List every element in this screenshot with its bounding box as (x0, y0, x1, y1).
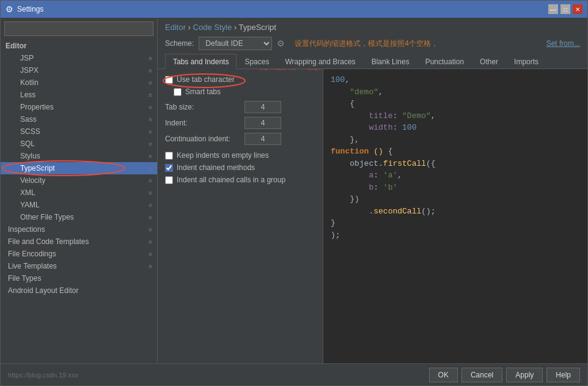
sidebar-item-scss[interactable]: SCSS ≡ (1, 125, 157, 138)
settings-icon16: ≡ (149, 239, 152, 245)
sidebar-item-file-encodings[interactable]: File Encodings ≡ (1, 248, 157, 260)
code-line-12: .secondCall(); (331, 206, 580, 218)
sidebar-item-inspections[interactable]: Inspections ≡ (1, 223, 157, 236)
indent-chained-row: Indent chained methods (165, 163, 315, 172)
keep-empty-checkbox[interactable] (165, 152, 173, 160)
sidebar-item-android[interactable]: Android Layout Editor (1, 284, 157, 297)
settings-icon11: ≡ (149, 177, 152, 184)
window-icon: ⚙ (6, 4, 13, 14)
indent-chained-label: Indent chained methods (177, 163, 255, 172)
indent-row: Indent: (165, 117, 315, 129)
sidebar-item-file-types[interactable]: File Types (1, 272, 157, 284)
code-line-13: } (331, 217, 580, 229)
settings-icon4: ≡ (149, 92, 152, 98)
sidebar-item-live-templates[interactable]: Live Templates ≡ (1, 260, 157, 272)
cancel-button[interactable]: Cancel (461, 368, 502, 382)
main-content: Editor JSP ≡ JSPX ≡ Kotlin ≡ Less ≡ (1, 18, 587, 363)
scheme-row: Scheme: Default IDE ⚙ 设置代码的缩进格式，模式是按照4个空… (158, 34, 587, 54)
settings-icon8: ≡ (149, 141, 152, 147)
sidebar-item-file-code-templates[interactable]: File and Code Templates ≡ (1, 236, 157, 248)
apply-button[interactable]: Apply (506, 368, 543, 382)
continuation-input[interactable] (244, 133, 281, 145)
main-panel: Editor › Code Style › TypeScript Scheme:… (158, 18, 587, 363)
settings-icon7: ≡ (149, 128, 152, 135)
keep-empty-row: Keep indents on empty lines (165, 151, 315, 160)
set-from-link[interactable]: Set from... (546, 39, 580, 48)
indent-input[interactable] (244, 117, 281, 129)
code-line-2: "demo", (331, 86, 580, 98)
sidebar-item-other-file-types[interactable]: Other File Types ≡ (1, 211, 157, 223)
tab-blank-lines[interactable]: Blank Lines (364, 54, 417, 69)
code-line-4: title: "Demo", (331, 110, 580, 122)
indent-chained-checkbox[interactable] (165, 164, 173, 172)
scheme-label: Scheme: (165, 39, 194, 48)
continuation-label: Continuation indent: (165, 135, 244, 143)
breadcrumb-editor[interactable]: Editor (165, 23, 186, 32)
code-line-6: }, (331, 134, 580, 146)
sidebar-item-less[interactable]: Less ≡ (1, 89, 157, 101)
footer: https://blog.csdn.19.xxx OK Cancel Apply… (1, 363, 587, 385)
keep-empty-label: Keep indents on empty lines (177, 151, 269, 160)
sidebar-item-kotlin[interactable]: Kotlin ≡ (1, 76, 157, 89)
tab-size-label: Tab size: (165, 103, 244, 111)
tabs-container: Tabs and Indents Spaces Wrapping and Bra… (158, 54, 587, 69)
sidebar-item-stylus[interactable]: Stylus ≡ (1, 150, 157, 162)
smart-tabs-row: Smart tabs (165, 87, 315, 96)
sidebar-item-sql[interactable]: SQL ≡ (1, 138, 157, 150)
help-button[interactable]: Help (546, 368, 580, 382)
sidebar-item-properties[interactable]: Properties ≡ (1, 101, 157, 113)
code-line-9: a: 'a', (331, 169, 580, 182)
sidebar: Editor JSP ≡ JSPX ≡ Kotlin ≡ Less ≡ (1, 18, 158, 363)
sidebar-item-sass[interactable]: Sass ≡ (1, 113, 157, 125)
tab-size-input[interactable] (244, 101, 281, 113)
settings-icon13: ≡ (149, 202, 152, 209)
sidebar-item-velocity[interactable]: Velocity ≡ (1, 174, 157, 187)
minimize-button[interactable]: — (548, 4, 558, 14)
breadcrumb-codestyle[interactable]: Code Style (193, 23, 232, 32)
settings-window: ⚙ Settings — □ ✕ Editor JSP ≡ JSPX ≡ (0, 0, 588, 386)
settings-icon6: ≡ (149, 116, 152, 123)
smart-tabs-checkbox[interactable] (174, 88, 182, 96)
tab-spaces[interactable]: Spaces (237, 54, 277, 69)
panel-content: Use tab character → 勾选就是按照tab缩进符格式 (158, 69, 587, 363)
scheme-select[interactable]: Default IDE (199, 37, 272, 50)
arrow-icon: → (243, 69, 254, 73)
settings-icon3: ≡ (149, 80, 152, 86)
use-tab-checkbox[interactable] (165, 76, 173, 84)
code-line-10: b: 'b' (331, 182, 580, 194)
gear-icon[interactable]: ⚙ (277, 39, 285, 48)
window-controls: — □ ✕ (548, 4, 582, 14)
indent-all-checkbox[interactable] (165, 176, 173, 184)
tab-other[interactable]: Other (472, 54, 506, 69)
settings-icon: ≡ (149, 55, 152, 62)
sidebar-item-typescript[interactable]: TypeScript ≡ (1, 162, 157, 174)
scheme-hint: 设置代码的缩进格式，模式是按照4个空格， (295, 39, 438, 49)
breadcrumb: Editor › Code Style › TypeScript (165, 23, 276, 32)
maximize-button[interactable]: □ (560, 4, 570, 14)
use-tab-label: Use tab character (177, 75, 235, 84)
sidebar-item-xml[interactable]: XML ≡ (1, 187, 157, 199)
tree: Editor JSP ≡ JSPX ≡ Kotlin ≡ Less ≡ (1, 40, 157, 363)
settings-panel: Use tab character → 勾选就是按照tab缩进符格式 (158, 69, 323, 363)
tab-wrapping[interactable]: Wrapping and Braces (277, 54, 363, 69)
annotation-container: → 勾选就是按照tab缩进符格式 (243, 69, 323, 73)
ok-button[interactable]: OK (429, 368, 458, 382)
settings-icon10: ≡ (149, 165, 152, 172)
code-line-1: 100, (331, 74, 580, 86)
code-line-5: width: 100 (331, 122, 580, 134)
sidebar-item-jspx[interactable]: JSPX ≡ (1, 64, 157, 76)
tab-size-row: Tab size: (165, 101, 315, 113)
tab-imports[interactable]: Imports (506, 54, 546, 69)
continuation-row: Continuation indent: (165, 133, 315, 145)
tab-tabs-indents[interactable]: Tabs and Indents (165, 54, 237, 69)
search-input[interactable] (4, 21, 153, 36)
sidebar-item-jsp[interactable]: JSP ≡ (1, 52, 157, 64)
sidebar-item-yaml[interactable]: YAML ≡ (1, 199, 157, 211)
settings-icon17: ≡ (149, 251, 152, 258)
settings-icon18: ≡ (149, 263, 152, 270)
settings-icon9: ≡ (149, 153, 152, 160)
close-button[interactable]: ✕ (573, 4, 582, 14)
title-bar: ⚙ Settings — □ ✕ (1, 1, 587, 18)
settings-icon15: ≡ (149, 226, 152, 233)
tab-punctuation[interactable]: Punctuation (417, 54, 472, 69)
